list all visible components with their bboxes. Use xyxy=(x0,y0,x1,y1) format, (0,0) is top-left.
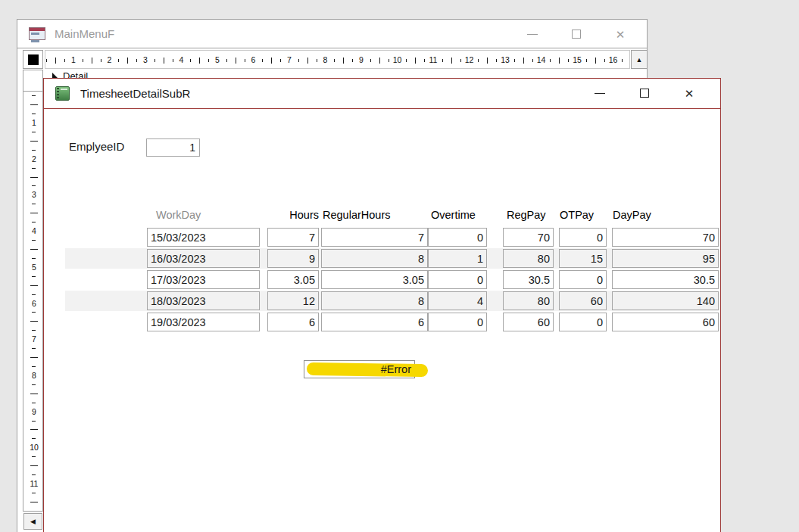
regpay-field[interactable]: 30.5 xyxy=(503,270,554,289)
table-row: 19/03/2023 6 6 0 60 0 60 xyxy=(44,312,720,333)
column-header-otpay: OTPay xyxy=(560,209,594,221)
ruler-tick xyxy=(317,59,317,62)
scroll-left-button[interactable]: ◀ xyxy=(23,513,42,530)
regularhours-field[interactable]: 8 xyxy=(321,291,428,310)
hours-field[interactable]: 6 xyxy=(267,313,319,331)
hours-field[interactable]: 12 xyxy=(267,291,319,310)
workday-field[interactable]: 17/03/2023 xyxy=(147,270,260,289)
minimize-icon xyxy=(527,34,538,35)
overtime-field[interactable]: 4 xyxy=(428,291,487,310)
scroll-up-button[interactable]: ▲ xyxy=(631,50,648,69)
close-button[interactable]: ✕ xyxy=(682,86,696,100)
regpay-field[interactable]: 60 xyxy=(503,313,554,331)
ruler-number: 7 xyxy=(285,55,294,64)
ruler-number: 9 xyxy=(29,407,39,416)
otpay-field[interactable]: 15 xyxy=(559,249,607,268)
ruler-tick xyxy=(32,384,36,385)
ruler-tick xyxy=(460,59,461,62)
daypay-field[interactable]: 30.5 xyxy=(612,270,719,289)
otpay-field[interactable]: 60 xyxy=(559,291,607,310)
regularhours-field[interactable]: 7 xyxy=(321,228,428,247)
ruler-tick xyxy=(271,58,272,64)
workday-field[interactable]: 19/03/2023 xyxy=(147,313,260,331)
ruler-tick xyxy=(30,285,38,286)
close-icon: ✕ xyxy=(616,29,626,40)
employee-id-field[interactable]: 1 xyxy=(146,138,200,157)
regpay-field[interactable]: 70 xyxy=(503,228,554,247)
otpay-field[interactable]: 0 xyxy=(559,270,607,289)
ruler-tick xyxy=(32,438,36,439)
daypay-field[interactable]: 70 xyxy=(612,228,719,247)
form-selector-box[interactable] xyxy=(23,50,43,69)
close-button[interactable]: ✕ xyxy=(613,27,627,41)
ruler-tick xyxy=(208,59,209,62)
ruler-tick xyxy=(424,59,425,62)
ruler-number: 9 xyxy=(357,55,366,64)
ruler-tick xyxy=(32,258,36,259)
ruler-tick xyxy=(32,511,36,512)
ruler-tick xyxy=(136,59,137,62)
ruler-tick xyxy=(127,58,128,64)
ruler-tick xyxy=(32,240,36,241)
maximize-button[interactable] xyxy=(570,27,583,41)
ruler-tick xyxy=(32,348,36,349)
ruler-number: 1 xyxy=(29,118,39,127)
daypay-field[interactable]: 95 xyxy=(612,249,719,268)
ruler-number: 4 xyxy=(177,55,186,64)
ruler-tick xyxy=(118,59,119,62)
ruler-tick xyxy=(406,59,407,62)
ruler-tick xyxy=(32,366,36,367)
workday-field[interactable]: 15/03/2023 xyxy=(147,228,260,247)
minimize-button[interactable] xyxy=(526,27,539,41)
daypay-field[interactable]: 140 xyxy=(612,291,719,310)
otpay-field[interactable]: 0 xyxy=(559,313,607,331)
desktop-stage: MainMenuF ✕ 12345678910111213141516 ▲ 12… xyxy=(0,0,799,532)
ruler-number: 5 xyxy=(213,55,222,64)
ruler-tick xyxy=(30,394,38,394)
column-header-overtime: Overtime xyxy=(431,209,476,221)
ruler-tick xyxy=(32,114,36,114)
ruler-tick xyxy=(415,58,416,64)
ruler-tick xyxy=(32,150,36,151)
workday-field[interactable]: 16/03/2023 xyxy=(147,249,260,268)
ruler-tick xyxy=(32,222,36,222)
hours-field[interactable]: 3.05 xyxy=(267,270,319,289)
ruler-tick xyxy=(30,429,38,430)
regularhours-field[interactable]: 8 xyxy=(321,249,428,268)
ruler-tick xyxy=(55,58,56,64)
report-icon xyxy=(55,86,70,101)
table-row: 16/03/2023 9 8 1 80 15 95 xyxy=(44,248,720,269)
minimize-icon xyxy=(595,93,605,94)
maximize-button[interactable] xyxy=(638,86,651,100)
ruler-tick xyxy=(30,104,38,105)
workday-field[interactable]: 18/03/2023 xyxy=(147,291,260,310)
overtime-field[interactable]: 0 xyxy=(428,313,487,331)
overtime-field[interactable]: 0 xyxy=(428,228,487,247)
otpay-field[interactable]: 0 xyxy=(559,228,607,247)
ruler-number: 5 xyxy=(29,263,39,272)
ruler-tick xyxy=(389,59,389,62)
ruler-tick xyxy=(32,204,36,204)
hours-field[interactable]: 7 xyxy=(267,228,319,247)
column-header-workday: WorkDay xyxy=(156,209,201,221)
section-selector-box[interactable] xyxy=(23,70,43,92)
ruler-tick xyxy=(32,168,36,169)
overtime-field[interactable]: 0 xyxy=(428,270,487,289)
regpay-field[interactable]: 80 xyxy=(503,249,554,268)
ruler-number: 15 xyxy=(573,55,582,64)
subform-window-controls: ✕ xyxy=(593,79,696,107)
minimize-button[interactable] xyxy=(593,86,607,100)
ruler-tick xyxy=(343,58,344,64)
hours-field[interactable]: 9 xyxy=(267,249,319,268)
daypay-field[interactable]: 60 xyxy=(612,313,719,331)
ruler-tick xyxy=(451,58,452,64)
ruler-number: 10 xyxy=(29,443,39,452)
overtime-field[interactable]: 1 xyxy=(428,249,487,268)
regpay-field[interactable]: 80 xyxy=(503,291,554,310)
ruler-tick xyxy=(32,493,36,493)
regularhours-field[interactable]: 3.05 xyxy=(321,270,428,289)
ruler-number: 3 xyxy=(29,190,39,199)
ruler-tick xyxy=(32,294,36,295)
ruler-tick xyxy=(604,59,605,62)
regularhours-field[interactable]: 6 xyxy=(321,313,428,331)
